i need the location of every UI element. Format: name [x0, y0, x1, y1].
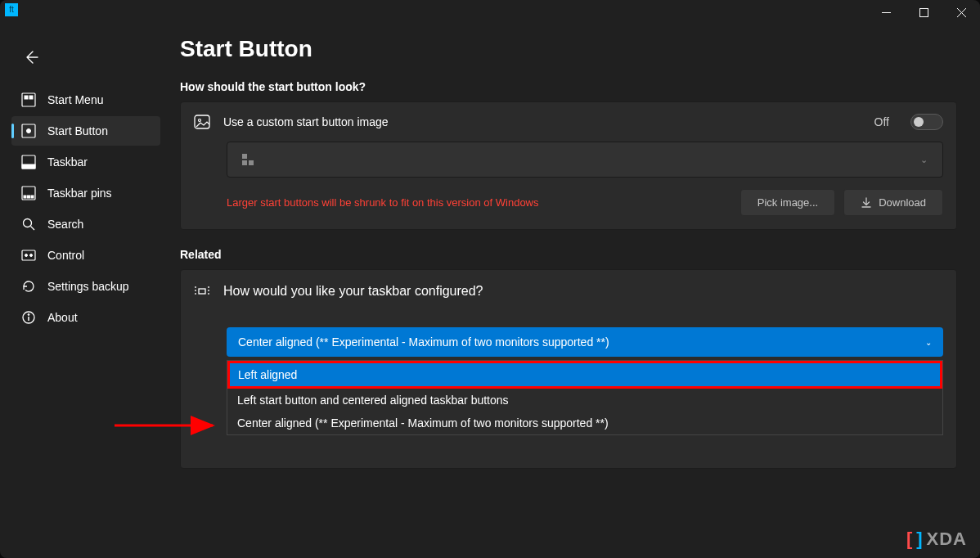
custom-image-toggle[interactable] [910, 114, 943, 130]
svg-rect-14 [31, 196, 34, 198]
sidebar-item-about[interactable]: About [11, 303, 160, 332]
chevron-down-icon: ⌄ [920, 155, 928, 165]
svg-rect-1 [919, 8, 928, 16]
sidebar-item-label: Control [47, 249, 84, 262]
section-label-related: Related [180, 248, 957, 261]
svg-rect-6 [29, 96, 33, 99]
titlebar: ft [0, 0, 980, 25]
svg-point-24 [199, 119, 201, 122]
svg-point-15 [24, 219, 32, 227]
sidebar-item-taskbar-pins[interactable]: Taskbar pins [11, 178, 160, 208]
back-button[interactable] [23, 41, 56, 74]
window-controls [867, 0, 980, 25]
sidebar-item-start-button[interactable]: Start Button [11, 116, 160, 146]
image-preview-row[interactable]: ⌄ [227, 142, 943, 178]
sidebar-item-search[interactable]: Search [11, 209, 160, 239]
app-window: ft Start Menu Start Button Taskbar [0, 0, 980, 558]
taskbar-pins-icon [21, 186, 36, 200]
settings-backup-icon [21, 279, 36, 294]
taskbar-icon [21, 155, 36, 169]
svg-point-19 [30, 254, 33, 257]
custom-image-card: Use a custom start button image Off ⌄ La… [180, 101, 957, 230]
control-icon [21, 248, 36, 263]
dropdown-selected[interactable]: Center aligned (** Experimental - Maximu… [227, 327, 943, 357]
sidebar-item-label: About [47, 311, 78, 324]
svg-line-16 [31, 227, 35, 231]
svg-point-8 [27, 129, 31, 133]
watermark-text: XDA [927, 529, 967, 550]
app-icon: ft [5, 3, 18, 16]
sidebar-item-label: Start Menu [47, 93, 103, 106]
watermark: [] XDA [906, 529, 967, 550]
body: Start Menu Start Button Taskbar Taskbar … [0, 25, 980, 558]
sidebar-item-start-menu[interactable]: Start Menu [11, 85, 160, 115]
download-icon [861, 197, 872, 209]
dropdown-option-center-aligned[interactable]: Center aligned (** Experimental - Maximu… [227, 412, 942, 434]
svg-rect-27 [199, 289, 205, 294]
close-button[interactable] [942, 0, 980, 25]
taskbar-config-label: How would you like your taskbar configur… [223, 284, 483, 299]
dropdown-option-left-aligned[interactable]: Left aligned [227, 361, 942, 389]
svg-rect-13 [28, 196, 30, 198]
custom-image-header: Use a custom start button image Off [181, 102, 956, 142]
sidebar-item-label: Taskbar pins [47, 187, 112, 200]
about-icon [21, 310, 36, 325]
custom-image-body: ⌄ Larger start buttons will be shrunk to… [181, 142, 956, 229]
start-menu-icon [21, 92, 36, 107]
svg-point-18 [25, 254, 28, 257]
main-content: Start Button How should the start button… [172, 25, 980, 558]
svg-rect-10 [22, 164, 35, 169]
page-title: Start Button [180, 36, 957, 62]
sidebar-item-control[interactable]: Control [11, 241, 160, 270]
download-button[interactable]: Download [843, 189, 943, 216]
dropdown-option-left-start-centered[interactable]: Left start button and centered aligned t… [227, 389, 942, 412]
svg-rect-17 [22, 250, 35, 260]
dropdown-selected-text: Center aligned (** Experimental - Maximu… [238, 335, 609, 349]
start-button-preview-icon [242, 154, 254, 165]
sidebar-item-label: Taskbar [47, 155, 88, 169]
taskbar-config-header: How would you like your taskbar configur… [181, 270, 956, 313]
start-button-icon [21, 124, 36, 138]
search-icon [21, 217, 36, 232]
svg-rect-12 [24, 196, 26, 198]
svg-rect-4 [22, 93, 35, 106]
image-icon [194, 114, 210, 130]
taskbar-config-card: How would you like your taskbar configur… [180, 269, 957, 469]
pick-image-button[interactable]: Pick image... [740, 189, 835, 216]
sidebar-item-label: Settings backup [47, 280, 129, 293]
dropdown-list: Left aligned Left start button and cente… [227, 360, 943, 435]
warning-text: Larger start buttons will be shrunk to f… [227, 196, 539, 209]
watermark-bracket-right: ] [916, 529, 923, 550]
watermark-bracket-left: [ [906, 529, 913, 550]
taskbar-alignment-dropdown: Center aligned (** Experimental - Maximu… [181, 327, 956, 435]
chevron-down-icon: ⌄ [925, 338, 932, 347]
minimize-button[interactable] [867, 0, 905, 25]
titlebar-left: ft [0, 0, 23, 20]
svg-rect-5 [25, 96, 28, 99]
sidebar-item-settings-backup[interactable]: Settings backup [11, 272, 160, 301]
alignment-icon [194, 283, 210, 299]
section-label-look: How should the start button look? [180, 80, 957, 93]
toggle-state-label: Off [874, 115, 889, 128]
custom-image-label: Use a custom start button image [223, 115, 861, 128]
sidebar-item-taskbar[interactable]: Taskbar [11, 147, 160, 177]
svg-point-22 [28, 314, 29, 316]
sidebar: Start Menu Start Button Taskbar Taskbar … [0, 25, 172, 558]
sidebar-item-label: Search [47, 218, 83, 231]
sidebar-item-label: Start Button [47, 124, 108, 137]
maximize-button[interactable] [905, 0, 942, 25]
footer-row: Larger start buttons will be shrunk to f… [227, 189, 943, 216]
